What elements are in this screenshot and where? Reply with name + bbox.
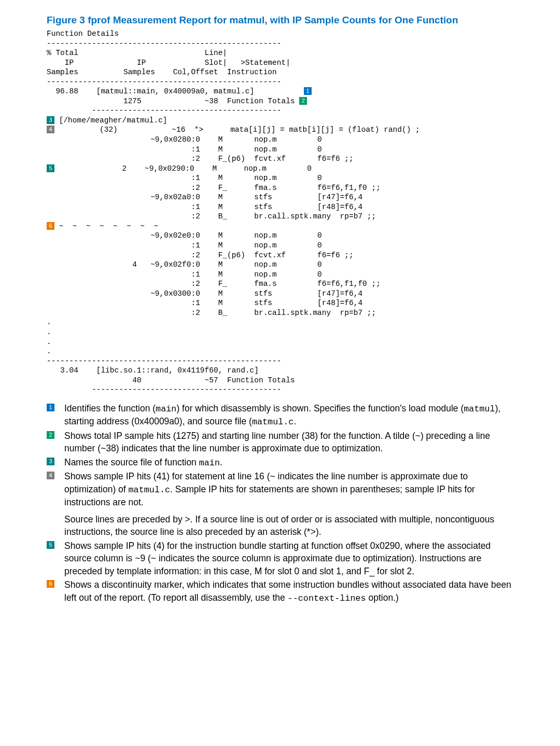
callout-2-inline: 2 xyxy=(299,97,307,105)
report-line: [/home/meagher/matmul.c] xyxy=(54,116,167,125)
report-line: :2 F_ fma.s f6=f6,f1,f0 ;; xyxy=(47,184,381,192)
note-text: ) for which disassembly is shown. Specif… xyxy=(176,403,464,413)
note-text: . xyxy=(220,457,222,467)
report-line: . xyxy=(47,318,51,326)
callout-1-inline: 1 xyxy=(304,87,312,95)
report-line: :1 M stfs [r48]=f6,4 xyxy=(47,299,362,307)
callout-4: 4 xyxy=(47,472,54,479)
report-line: :1 M nop.m 0 xyxy=(47,270,322,279)
report-line: 1275 ~38 Function Totals xyxy=(47,97,299,105)
report-line: ~9,0x0280:0 M nop.m 0 xyxy=(47,135,322,144)
note-5: 5 Shows sample IP hits (4) for the instr… xyxy=(64,540,513,578)
note-text: . xyxy=(293,416,296,426)
report-line: :1 M stfs [r48]=f6,4 xyxy=(47,203,362,211)
report-line: ----------------------------------------… xyxy=(47,357,281,365)
note-text: option.) xyxy=(366,592,399,603)
report-line: ----------------------------------------… xyxy=(47,385,281,394)
report-line: :2 F_(p6) fcvt.xf f6=f6 ;; xyxy=(47,251,354,259)
report-line: 96.88 [matmul::main, 0x40009a0, matmul.c… xyxy=(47,87,304,95)
code-matmul: matmul xyxy=(464,404,495,414)
report-line: IP IP Slot| >Statement| xyxy=(47,59,290,67)
note-text: Shows sample IP hits (4) for the instruc… xyxy=(64,540,513,578)
report-line: . xyxy=(47,328,51,336)
note-6: 6 Shows a discontinuity marker, which in… xyxy=(64,578,513,604)
report-line: Function Details xyxy=(47,30,119,38)
code-matmul-c: matmul.c xyxy=(252,417,294,427)
report-block: Function Details -----------------------… xyxy=(47,29,513,395)
report-line: . xyxy=(47,338,51,346)
callout-6-inline: 6 xyxy=(47,222,54,230)
report-line: ~9,0x02e0:0 M nop.m 0 xyxy=(47,231,322,240)
callout-3: 3 xyxy=(47,458,54,465)
report-line: 3.04 [libc.so.1::rand, 0x4119f60, rand.c… xyxy=(47,366,259,375)
report-line: :1 M nop.m 0 xyxy=(47,174,322,182)
report-line: 40 ~57 Function Totals xyxy=(47,376,295,384)
code-main: main xyxy=(199,458,220,468)
report-line: 4 ~9,0x02f0:0 M nop.m 0 xyxy=(47,260,322,269)
report-line: 2 ~9,0x0290:0 M nop.m 0 xyxy=(54,164,312,173)
code-matmul-c: matmul.c xyxy=(129,485,171,495)
note-3: 3 Names the source file of function main… xyxy=(64,456,513,469)
report-line: :2 F_ fma.s f6=f6,f1,f0 ;; xyxy=(47,280,381,288)
report-line: ~9,0x02a0:0 M stfs [r47]=f6,4 xyxy=(47,193,362,201)
report-line: ----------------------------------------… xyxy=(47,106,281,115)
report-line: :2 B_ br.call.sptk.many rp=b7 ;; xyxy=(47,309,376,317)
report-line: . xyxy=(47,347,51,355)
report-line: :2 B_ br.call.sptk.many rp=b7 ;; xyxy=(47,212,376,220)
report-line: ~9,0x0300:0 M stfs [r47]=f6,4 xyxy=(47,289,362,298)
note-1: 1 Identifies the function (main) for whi… xyxy=(64,402,513,429)
report-line: :1 M nop.m 0 xyxy=(47,241,322,250)
notes-list: 1 Identifies the function (main) for whi… xyxy=(47,402,513,605)
note-text: Source lines are preceded by >. If a sou… xyxy=(64,513,513,538)
note-text: Names the source file of function xyxy=(64,457,199,467)
callout-3-inline: 3 xyxy=(47,116,54,124)
callout-6: 6 xyxy=(47,580,54,588)
code-main: main xyxy=(156,404,176,414)
report-line: ----------------------------------------… xyxy=(47,39,281,48)
report-line: Samples Samples Col,Offset Instruction xyxy=(47,68,277,76)
report-line: :2 F_(p6) fcvt.xf f6=f6 ;; xyxy=(47,155,354,163)
callout-5: 5 xyxy=(47,541,54,549)
note-text: Identifies the function ( xyxy=(64,403,156,413)
report-line: ----------------------------------------… xyxy=(47,78,281,86)
callout-4-inline: 4 xyxy=(47,126,54,133)
callout-2: 2 xyxy=(47,431,54,439)
report-line: % Total Line| xyxy=(47,49,227,57)
code-context-lines: --context-lines xyxy=(288,593,366,603)
callout-1: 1 xyxy=(47,404,54,411)
note-2: 2 Shows total IP sample hits (1275) and … xyxy=(64,430,513,455)
report-line: (32) ~16 *> mata[i][j] = matb[i][j] = (f… xyxy=(54,126,420,134)
note-text: Shows total IP sample hits (1275) and st… xyxy=(64,430,513,455)
report-line: ~ ~ ~ ~ ~ ~ ~ ~ xyxy=(54,222,158,230)
report-line: :1 M nop.m 0 xyxy=(47,145,322,154)
callout-5-inline: 5 xyxy=(47,164,54,172)
figure-title: Figure 3 fprof Measurement Report for ma… xyxy=(47,15,513,26)
note-4: 4 Shows sample IP hits (41) for statemen… xyxy=(64,470,513,538)
